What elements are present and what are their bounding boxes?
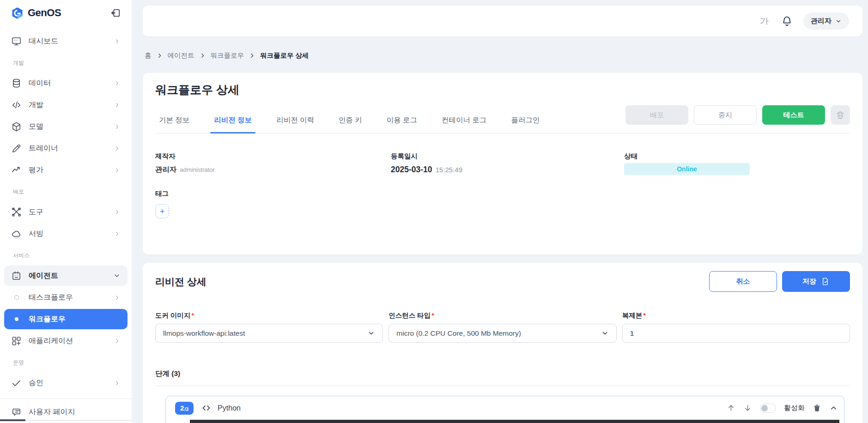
move-down-button[interactable]	[743, 404, 752, 412]
chevron-right-icon	[114, 80, 121, 87]
sidebar-item-label: 에이전트	[29, 271, 58, 281]
tab-기본-정보[interactable]: 기본 정보	[155, 115, 193, 133]
dot-bullet-icon	[11, 317, 22, 321]
sidebar-section-label: 배포	[0, 180, 132, 200]
breadcrumb-item[interactable]: 에이전트	[168, 51, 194, 60]
creator-value: 관리자	[155, 165, 177, 175]
tab-리비전-정보[interactable]: 리비전 정보	[210, 115, 255, 133]
field-label: 도커 이미지*	[155, 311, 383, 320]
sidebar-item-check[interactable]: 승인	[4, 373, 127, 393]
sidebar-item-tools[interactable]: 도구	[4, 202, 127, 222]
breadcrumb: 홈에이전트워크플로우워크플로우 상세	[145, 51, 309, 60]
sidebar-section-label: 개발	[0, 51, 132, 72]
collapse-step-button[interactable]	[829, 404, 838, 412]
code-icon	[11, 100, 22, 110]
field-value: micro (0.2 CPU Core, 500 Mb Memory)	[396, 329, 521, 338]
sidebar-subitem[interactable]: 워크플로우	[4, 309, 127, 329]
breadcrumb-chevron-icon	[157, 53, 163, 59]
circle-bullet-icon	[11, 295, 22, 300]
sidebar-item-pencil[interactable]: 트레이너	[4, 138, 127, 158]
add-tag-button[interactable]: +	[155, 204, 169, 218]
sidebar-item-apps[interactable]: 애플리케이션	[4, 331, 127, 351]
tab-이용-로그[interactable]: 이용 로그	[383, 115, 421, 133]
font-size-button[interactable]: 가	[760, 15, 769, 27]
sidebar-item-code[interactable]: 개발	[4, 95, 127, 115]
save-button[interactable]: 저장	[782, 271, 850, 292]
delete-button[interactable]	[831, 105, 850, 125]
pencil-icon	[11, 143, 22, 154]
code-editor[interactable]	[190, 420, 839, 423]
steps-label: 단계 (3)	[155, 369, 850, 379]
chevron-right-icon	[114, 167, 121, 174]
agent-icon	[11, 271, 22, 281]
sidebar-item-label: 트레이너	[29, 144, 58, 153]
chevron-down-icon	[113, 272, 121, 279]
cancel-button[interactable]: 취소	[709, 271, 777, 292]
sidebar-scrollbar[interactable]	[0, 420, 132, 421]
sidebar-item-database[interactable]: 데이터	[4, 73, 127, 93]
revision-detail-card: 리비전 상세 취소 저장 도커 이미지*llmops-workflow-api:…	[143, 263, 862, 423]
sidebar-item-cube[interactable]: 모델	[4, 116, 127, 137]
step-delete-button[interactable]	[813, 404, 821, 412]
notification-bell-icon[interactable]	[781, 15, 793, 27]
chevron-down-icon	[601, 329, 609, 337]
breadcrumb-chevron-icon	[249, 53, 255, 59]
breadcrumb-item[interactable]: 워크플로우	[211, 51, 244, 60]
workflow-detail-card: 워크플로우 상세 기본 정보리비전 정보리비전 이력인증 키이용 로그컨테이너 …	[143, 73, 862, 254]
stop-button[interactable]: 중지	[694, 105, 757, 125]
sidebar-item-label: 모델	[29, 122, 43, 132]
sidebar-item-chart[interactable]: 평가	[4, 160, 127, 180]
tab-리비전-이력[interactable]: 리비전 이력	[273, 115, 318, 133]
chevron-right-icon	[114, 380, 121, 387]
tab-플러그인[interactable]: 플러그인	[507, 115, 543, 133]
trash-icon	[836, 110, 845, 120]
sidebar-item-label: 사용자 페이지	[29, 407, 75, 417]
form-field: 도커 이미지*llmops-workflow-api:latest	[155, 311, 383, 343]
chevron-right-icon	[114, 38, 121, 45]
sidebar-section-label: 운영	[0, 351, 132, 371]
sidebar-item-cloud[interactable]: 서빙	[4, 224, 127, 244]
chevron-right-icon	[114, 230, 121, 237]
trash-filled-icon	[813, 404, 821, 412]
user-menu-label: 관리자	[811, 17, 832, 25]
status-label: 상태	[624, 152, 850, 161]
dashboard-icon	[11, 36, 22, 47]
check-icon	[11, 378, 22, 388]
sidebar-item-agent[interactable]: 에이전트	[4, 266, 127, 286]
test-button[interactable]: 테스트	[762, 105, 825, 125]
code-editor-gutter	[166, 420, 190, 423]
apps-icon	[11, 336, 22, 346]
replicas-input[interactable]: 1	[622, 324, 850, 343]
breadcrumb-item[interactable]: 홈	[145, 51, 152, 60]
created-at-label: 등록일시	[391, 152, 624, 161]
chevron-down-icon	[835, 18, 842, 24]
tab-인증-키[interactable]: 인증 키	[335, 115, 366, 133]
form-field: 인스턴스 타입*micro (0.2 CPU Core, 500 Mb Memo…	[388, 311, 616, 343]
move-up-button[interactable]	[727, 404, 735, 412]
sidebar-item-label: 개발	[29, 100, 43, 110]
sidebar-section-label: 서비스	[0, 244, 132, 264]
sidebar-item-label: 서빙	[29, 229, 43, 239]
deploy-button[interactable]: 배포	[625, 105, 688, 125]
sidebar-subitem[interactable]: 태스크플로우	[4, 287, 127, 308]
creator-username: administrator	[180, 166, 215, 173]
sidebar-collapse-icon[interactable]	[110, 8, 121, 18]
chevron-right-icon	[114, 123, 121, 130]
tab-컨테이너-로그[interactable]: 컨테이너 로그	[438, 115, 490, 133]
user-menu[interactable]: 관리자	[803, 12, 849, 30]
field-value: llmops-workflow-api:latest	[163, 329, 245, 338]
chevron-right-icon	[114, 102, 121, 109]
chevron-right-icon	[114, 209, 121, 216]
select-docker-image[interactable]: llmops-workflow-api:latest	[155, 324, 383, 343]
chevron-right-icon	[114, 294, 121, 301]
activate-toggle[interactable]	[760, 404, 776, 413]
field-label: 인스턴스 타입*	[388, 311, 616, 320]
sidebar-item-label: 데이터	[29, 79, 51, 88]
code-icon	[201, 403, 211, 413]
select-instance-type[interactable]: micro (0.2 CPU Core, 500 Mb Memory)	[388, 324, 616, 343]
created-date: 2025-03-10	[391, 165, 432, 175]
creator-label: 제작자	[155, 152, 391, 161]
sidebar-item-dashboard[interactable]: 대시보드	[4, 31, 127, 51]
sidebar-divider	[0, 399, 132, 399]
revision-detail-title: 리비전 상세	[155, 275, 206, 288]
